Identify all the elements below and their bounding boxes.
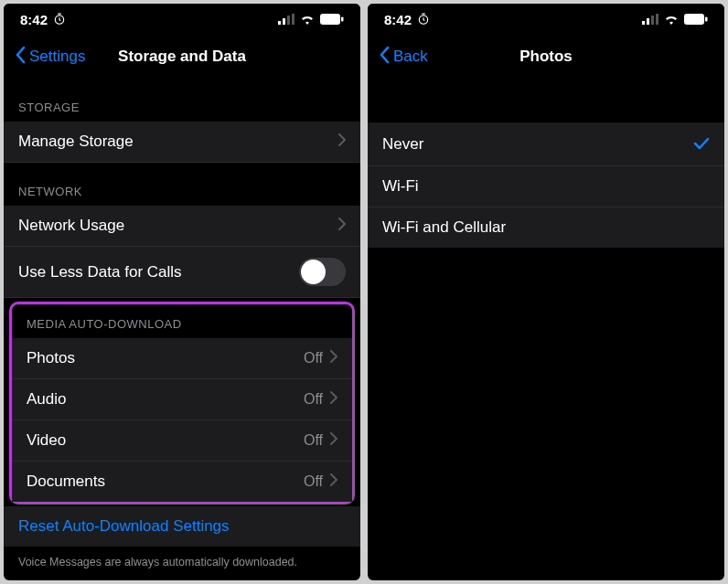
battery-icon: [320, 14, 344, 25]
option-never[interactable]: Never: [368, 122, 724, 166]
highlight-media-section: MEDIA AUTO-DOWNLOAD PhotosOffAudioOffVid…: [9, 302, 355, 504]
status-bar: 8:42: [368, 4, 724, 35]
row-media-video[interactable]: VideoOff: [12, 420, 352, 462]
svg-rect-2: [283, 18, 285, 25]
reset-auto-download-button[interactable]: Reset Auto-Download Settings: [4, 506, 360, 547]
battery-icon: [684, 14, 708, 25]
back-button[interactable]: Back: [379, 46, 428, 69]
section-header-media: MEDIA AUTO-DOWNLOAD: [12, 304, 352, 338]
signal-icon: [642, 14, 658, 25]
row-label: Documents: [27, 473, 105, 491]
row-right: Off: [304, 473, 337, 491]
status-left: 8:42: [20, 12, 66, 27]
row-right: Off: [304, 431, 337, 450]
row-label: Manage Storage: [18, 133, 134, 151]
option-label: Wi-Fi: [382, 177, 419, 196]
svg-rect-11: [656, 14, 658, 25]
svg-rect-10: [651, 16, 654, 25]
section-header-network: NETWORK: [4, 163, 360, 206]
toggle-knob: [301, 260, 326, 284]
back-button[interactable]: Settings: [15, 46, 85, 69]
row-right: Off: [304, 390, 337, 409]
status-right: [642, 14, 708, 25]
chevron-right-icon: [330, 349, 337, 367]
row-label: Photos: [27, 349, 75, 367]
chevron-left-icon: [379, 46, 390, 69]
row-media-photos[interactable]: PhotosOff: [12, 338, 352, 379]
svg-rect-13: [705, 17, 708, 22]
status-right: [278, 14, 344, 25]
section-header-storage: STORAGE: [4, 79, 360, 122]
page-title: Photos: [519, 48, 573, 66]
checkmark-icon: [693, 133, 710, 154]
phone-right: 8:42 Back Photos NeverWi-Fi: [368, 4, 724, 580]
chevron-right-icon: [338, 217, 346, 235]
row-value: Off: [304, 432, 323, 449]
svg-rect-9: [647, 18, 649, 25]
chevron-left-icon: [15, 46, 26, 69]
row-network-usage[interactable]: Network Usage: [4, 206, 360, 247]
row-right: Off: [304, 349, 337, 367]
status-time: 8:42: [20, 12, 48, 27]
svg-rect-3: [287, 16, 290, 25]
row-label: Video: [27, 431, 66, 450]
row-less-data[interactable]: Use Less Data for Calls: [4, 247, 360, 298]
row-value: Off: [304, 473, 323, 490]
row-manage-storage[interactable]: Manage Storage: [4, 122, 360, 163]
row-media-audio[interactable]: AudioOff: [12, 379, 352, 420]
option-label: Wi-Fi and Cellular: [382, 218, 506, 237]
row-label: Use Less Data for Calls: [18, 263, 182, 281]
timer-icon: [417, 13, 430, 26]
footer-note: Voice Messages are always automatically …: [4, 547, 360, 578]
toggle-less-data[interactable]: [299, 258, 346, 286]
option-label: Never: [382, 135, 423, 154]
signal-icon: [278, 14, 294, 25]
timer-icon: [53, 13, 66, 26]
svg-rect-4: [292, 14, 294, 25]
page-title: Storage and Data: [118, 48, 246, 66]
back-label: Back: [393, 48, 428, 66]
chevron-right-icon: [338, 133, 346, 151]
svg-rect-1: [278, 21, 281, 25]
content-area: NeverWi-FiWi-Fi and Cellular: [368, 79, 724, 580]
status-time: 8:42: [384, 12, 412, 27]
row-label: Network Usage: [18, 217, 124, 235]
status-left: 8:42: [384, 12, 430, 27]
svg-rect-12: [684, 14, 704, 25]
wifi-icon: [664, 14, 679, 25]
option-wi-fi-and-cellular[interactable]: Wi-Fi and Cellular: [368, 207, 724, 248]
phone-left: 8:42 Settings Storage and Data S: [4, 4, 360, 580]
content-area: STORAGE Manage Storage NETWORK Network U…: [4, 79, 360, 580]
row-label: Audio: [27, 390, 66, 409]
wifi-icon: [300, 14, 315, 25]
row-value: Off: [304, 391, 323, 408]
nav-bar: Settings Storage and Data: [4, 35, 360, 79]
chevron-right-icon: [330, 431, 337, 450]
svg-rect-5: [320, 14, 340, 25]
nav-bar: Back Photos: [368, 35, 724, 79]
row-value: Off: [304, 350, 323, 366]
chevron-right-icon: [330, 390, 337, 409]
row-media-documents[interactable]: DocumentsOff: [12, 462, 352, 502]
option-wi-fi[interactable]: Wi-Fi: [368, 166, 724, 207]
chevron-right-icon: [330, 473, 337, 491]
back-label: Settings: [29, 48, 85, 66]
status-bar: 8:42: [4, 4, 360, 35]
svg-rect-8: [642, 21, 645, 25]
svg-rect-6: [341, 17, 344, 22]
